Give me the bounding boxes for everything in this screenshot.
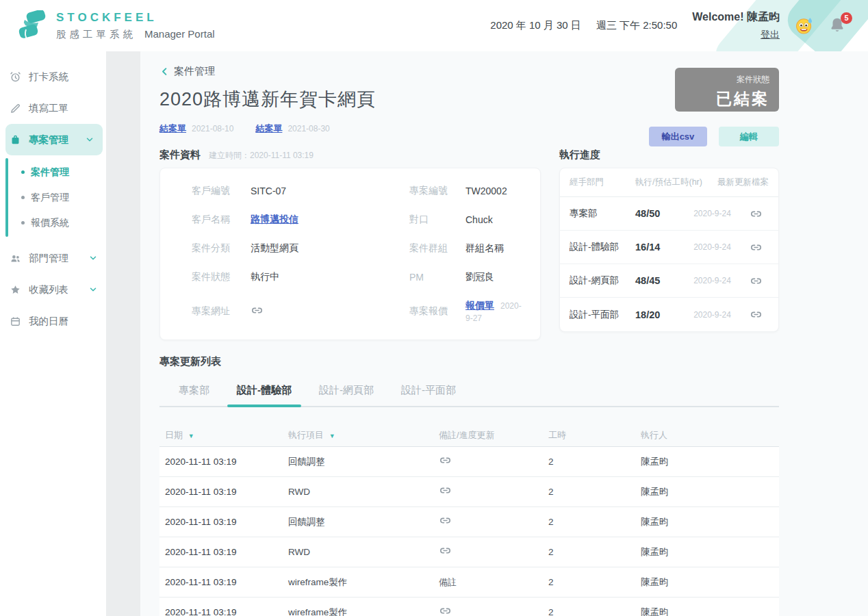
sidebar: 打卡系統填寫工單專案管理案件管理客戶管理報價系統部門管理收藏列表我的日曆 <box>0 51 106 616</box>
sidebar-item-1[interactable]: 填寫工單 <box>0 92 106 124</box>
case-field-label: 專案編號 <box>409 185 465 197</box>
sidebar-item-0[interactable]: 打卡系統 <box>0 61 106 92</box>
progress-row-3: 設計-平面部18/202020-9-24 <box>560 298 778 331</box>
progress-dept: 設計-平面部 <box>570 309 635 321</box>
notification-badge: 5 <box>841 12 852 24</box>
pencil-icon <box>10 103 21 114</box>
progress-dept: 設計-體驗部 <box>570 241 635 253</box>
bullet-icon <box>21 221 25 224</box>
update-hours: 2 <box>548 577 641 587</box>
update-date: 2020-11-11 03:19 <box>165 547 288 557</box>
update-hours: 2 <box>548 607 641 616</box>
export-csv-button[interactable]: 輸出csv <box>649 127 707 146</box>
link-icon[interactable] <box>750 207 763 220</box>
update-note <box>439 544 548 560</box>
brand-subtitle-en: Manager Portal <box>144 28 215 40</box>
progress-row-2: 設計-網頁部48/452020-9-24 <box>560 264 778 298</box>
sidebar-item-2[interactable]: 專案管理 <box>5 124 103 155</box>
breadcrumb-label: 案件管理 <box>174 65 215 78</box>
tab-2[interactable]: 設計-網頁部 <box>316 378 376 406</box>
tab-3[interactable]: 設計-平面部 <box>398 378 459 406</box>
update-note <box>439 484 548 500</box>
case-status-card: 案件狀態 已結案 <box>675 68 779 112</box>
case-info-card: 客戶編號SITC-07專案編號TW20002客戶名稱路博邁投信對口Chuck案件… <box>159 168 541 340</box>
brand-subtitle-zh: 股感工單系統 <box>56 28 136 41</box>
case-field-value: TW20002 <box>465 185 526 196</box>
progress-hours: 18/20 <box>635 309 675 320</box>
closing-doc-date: 2021-08-10 <box>192 124 233 133</box>
update-date: 2020-11-11 03:19 <box>165 517 288 527</box>
case-field-value: Chuck <box>465 214 526 225</box>
link-icon[interactable] <box>750 274 763 287</box>
updates-col-3: 工時 <box>548 429 641 441</box>
update-item: wireframe製作 <box>288 576 439 589</box>
sidebar-item-label: 填寫工單 <box>29 102 68 115</box>
bell-icon[interactable]: 5 <box>828 16 847 36</box>
briefcase-icon <box>10 134 21 146</box>
edit-button[interactable]: 編輯 <box>719 127 779 146</box>
link-icon[interactable] <box>750 241 763 254</box>
updates-heading: 專案更新列表 <box>159 355 779 368</box>
link-icon[interactable] <box>251 304 264 317</box>
case-field-label: 客戶名稱 <box>192 214 251 226</box>
closing-doc-1: 結案單2021-08-30 <box>255 123 329 135</box>
progress-card: 經手部門 執行/預估工時(hr) 最新更新檔案 專案部48/502020-9-2… <box>559 168 779 332</box>
tab-1[interactable]: 設計-體驗部 <box>234 378 294 406</box>
sidebar-submenu: 案件管理客戶管理報價系統 <box>0 155 106 242</box>
update-note: 備註 <box>439 576 548 589</box>
sidebar-item-label: 部門管理 <box>29 252 68 265</box>
sidebar-subitem-2[interactable]: 報價系統 <box>0 210 106 235</box>
sidebar-subitem-0[interactable]: 案件管理 <box>0 159 106 185</box>
update-item: 回饋調整 <box>288 516 439 528</box>
case-field-link[interactable]: 報價單 <box>465 300 494 311</box>
sidebar-subitem-label: 客戶管理 <box>31 192 69 204</box>
case-field-label: PM <box>409 272 465 283</box>
link-icon[interactable] <box>439 454 452 467</box>
update-item: RWD <box>288 487 439 497</box>
update-note <box>439 454 548 470</box>
sidebar-item-label: 我的日曆 <box>29 315 68 328</box>
update-item: 回饋調整 <box>288 456 439 468</box>
link-icon[interactable] <box>439 544 452 557</box>
case-field-link[interactable]: 路博邁投信 <box>251 214 298 224</box>
updates-col-2: 備註/進度更新 <box>439 429 548 441</box>
case-field-label: 案件群組 <box>409 242 465 255</box>
updates-col-1[interactable]: 執行項目 ▼ <box>288 429 439 441</box>
closing-doc-date: 2021-08-30 <box>288 124 329 133</box>
clock-icon <box>10 71 21 83</box>
update-item: wireframe製作 <box>288 606 439 616</box>
sidebar-item-5[interactable]: 我的日曆 <box>0 305 106 337</box>
logout-link[interactable]: 登出 <box>761 29 780 41</box>
link-icon[interactable] <box>439 514 452 527</box>
users-icon <box>10 253 21 264</box>
updates-col-0[interactable]: 日期 ▼ <box>165 429 288 441</box>
sidebar-item-3[interactable]: 部門管理 <box>0 242 106 274</box>
update-date: 2020-11-11 03:19 <box>165 457 288 467</box>
sidebar-subitem-label: 案件管理 <box>31 166 69 179</box>
progress-col-hours: 執行/預估工時(hr) <box>635 177 717 188</box>
sidebar-item-4[interactable]: 收藏列表 <box>0 274 106 305</box>
chevron-down-icon <box>85 135 94 144</box>
sidebar-subitem-1[interactable]: 客戶管理 <box>0 185 106 210</box>
progress-dept: 設計-網頁部 <box>570 274 635 287</box>
case-field-value: 執行中 <box>251 271 409 283</box>
tab-0[interactable]: 專案部 <box>176 378 212 406</box>
update-note <box>439 604 548 616</box>
case-field-label: 專案報價 <box>409 305 465 318</box>
link-icon[interactable] <box>439 484 452 497</box>
link-icon[interactable] <box>439 604 452 616</box>
link-icon[interactable] <box>750 308 763 321</box>
update-note <box>439 514 548 530</box>
update-person: 陳孟昀 <box>641 516 779 528</box>
closing-doc-link[interactable]: 結案單 <box>159 123 186 135</box>
progress-date: 2020-9-24 <box>675 209 750 218</box>
case-field-value <box>251 304 409 319</box>
progress-table-header: 經手部門 執行/預估工時(hr) 最新更新檔案 <box>560 168 778 197</box>
main-content: 案件管理 2020路博邁新年賀卡網頁 結案單2021-08-10結案單2021-… <box>140 51 868 616</box>
update-person: 陳孟昀 <box>641 606 779 616</box>
closing-doc-link[interactable]: 結案單 <box>255 123 282 135</box>
bullet-icon <box>21 196 25 199</box>
case-field-label: 對口 <box>409 214 465 226</box>
progress-row-0: 專案部48/502020-9-24 <box>560 197 778 231</box>
update-person: 陳孟昀 <box>641 456 779 468</box>
